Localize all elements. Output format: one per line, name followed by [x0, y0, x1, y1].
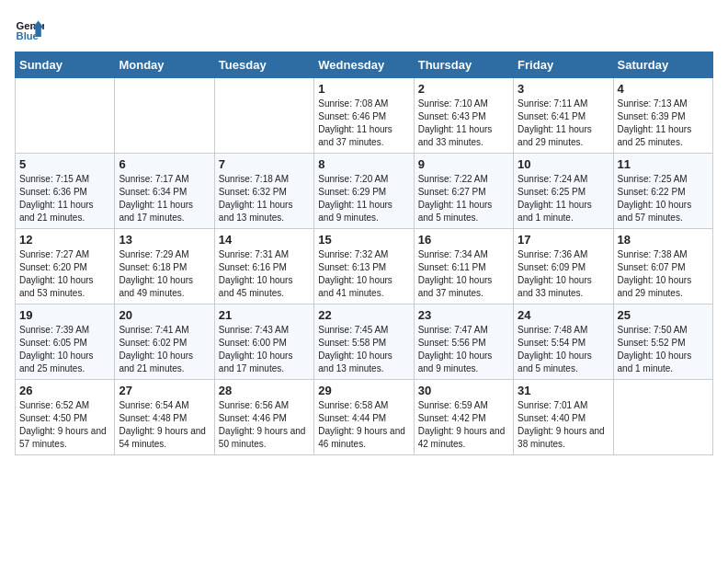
- calendar-cell: 24Sunrise: 7:48 AM Sunset: 5:54 PM Dayli…: [514, 304, 613, 380]
- day-number: 6: [119, 157, 210, 171]
- calendar-cell: 18Sunrise: 7:38 AM Sunset: 6:07 PM Dayli…: [613, 229, 712, 304]
- calendar-cell: 22Sunrise: 7:45 AM Sunset: 5:58 PM Dayli…: [314, 304, 414, 380]
- day-info: Sunrise: 7:43 AM Sunset: 6:00 PM Dayligh…: [219, 324, 310, 375]
- weekday-header: Friday: [514, 52, 613, 78]
- calendar-cell: 12Sunrise: 7:27 AM Sunset: 6:20 PM Dayli…: [16, 229, 115, 304]
- calendar-table: SundayMondayTuesdayWednesdayThursdayFrid…: [15, 52, 713, 455]
- calendar-cell: 23Sunrise: 7:47 AM Sunset: 5:56 PM Dayli…: [414, 304, 513, 380]
- day-info: Sunrise: 7:36 AM Sunset: 6:09 PM Dayligh…: [518, 248, 609, 300]
- day-number: 27: [119, 384, 210, 397]
- day-info: Sunrise: 7:48 AM Sunset: 5:54 PM Dayligh…: [518, 324, 609, 375]
- calendar-cell: 4Sunrise: 7:13 AM Sunset: 6:39 PM Daylig…: [613, 78, 712, 154]
- day-info: Sunrise: 6:59 AM Sunset: 4:42 PM Dayligh…: [418, 399, 509, 451]
- calendar-cell: 20Sunrise: 7:41 AM Sunset: 6:02 PM Dayli…: [115, 304, 214, 380]
- day-number: 22: [318, 308, 409, 322]
- day-number: 23: [418, 308, 509, 322]
- calendar-cell: 21Sunrise: 7:43 AM Sunset: 6:00 PM Dayli…: [214, 304, 313, 380]
- day-info: Sunrise: 7:08 AM Sunset: 6:46 PM Dayligh…: [318, 98, 409, 149]
- day-number: 8: [318, 157, 409, 171]
- day-number: 17: [518, 233, 609, 247]
- calendar-cell: [214, 78, 313, 154]
- day-info: Sunrise: 7:50 AM Sunset: 5:52 PM Dayligh…: [618, 324, 709, 375]
- calendar-cell: 7Sunrise: 7:18 AM Sunset: 6:32 PM Daylig…: [214, 154, 313, 229]
- day-number: 18: [618, 233, 709, 247]
- day-number: 2: [418, 82, 509, 96]
- day-info: Sunrise: 6:54 AM Sunset: 4:48 PM Dayligh…: [119, 399, 210, 451]
- calendar-cell: 5Sunrise: 7:15 AM Sunset: 6:36 PM Daylig…: [16, 154, 115, 229]
- calendar-cell: 13Sunrise: 7:29 AM Sunset: 6:18 PM Dayli…: [115, 229, 214, 304]
- weekday-header: Tuesday: [214, 52, 313, 78]
- calendar-cell: 2Sunrise: 7:10 AM Sunset: 6:43 PM Daylig…: [414, 78, 513, 154]
- day-info: Sunrise: 7:47 AM Sunset: 5:56 PM Dayligh…: [418, 324, 509, 375]
- day-info: Sunrise: 6:52 AM Sunset: 4:50 PM Dayligh…: [19, 399, 110, 451]
- day-info: Sunrise: 7:38 AM Sunset: 6:07 PM Dayligh…: [618, 248, 709, 300]
- day-info: Sunrise: 7:34 AM Sunset: 6:11 PM Dayligh…: [418, 248, 509, 300]
- calendar-cell: 8Sunrise: 7:20 AM Sunset: 6:29 PM Daylig…: [314, 154, 414, 229]
- day-info: Sunrise: 7:41 AM Sunset: 6:02 PM Dayligh…: [119, 324, 210, 375]
- day-number: 31: [518, 384, 609, 397]
- page-header: General Blue: [15, 15, 713, 44]
- day-info: Sunrise: 7:29 AM Sunset: 6:18 PM Dayligh…: [119, 248, 210, 300]
- weekday-header: Wednesday: [314, 52, 414, 78]
- calendar-cell: 26Sunrise: 6:52 AM Sunset: 4:50 PM Dayli…: [16, 380, 115, 455]
- day-info: Sunrise: 6:56 AM Sunset: 4:46 PM Dayligh…: [219, 399, 310, 451]
- day-number: 3: [518, 82, 609, 96]
- day-info: Sunrise: 7:39 AM Sunset: 6:05 PM Dayligh…: [19, 324, 110, 375]
- calendar-cell: 25Sunrise: 7:50 AM Sunset: 5:52 PM Dayli…: [613, 304, 712, 380]
- day-info: Sunrise: 7:13 AM Sunset: 6:39 PM Dayligh…: [618, 98, 709, 149]
- day-info: Sunrise: 7:18 AM Sunset: 6:32 PM Dayligh…: [219, 173, 310, 224]
- day-info: Sunrise: 7:17 AM Sunset: 6:34 PM Dayligh…: [119, 173, 210, 224]
- logo: General Blue: [15, 15, 44, 44]
- day-number: 21: [219, 308, 310, 322]
- day-number: 5: [19, 157, 110, 171]
- calendar-cell: [16, 78, 115, 154]
- day-number: 13: [119, 233, 210, 247]
- day-number: 4: [618, 82, 709, 96]
- day-info: Sunrise: 7:22 AM Sunset: 6:27 PM Dayligh…: [418, 173, 509, 224]
- calendar-cell: 3Sunrise: 7:11 AM Sunset: 6:41 PM Daylig…: [514, 78, 613, 154]
- calendar-cell: 31Sunrise: 7:01 AM Sunset: 4:40 PM Dayli…: [514, 380, 613, 455]
- calendar-cell: 30Sunrise: 6:59 AM Sunset: 4:42 PM Dayli…: [414, 380, 513, 455]
- calendar-cell: 16Sunrise: 7:34 AM Sunset: 6:11 PM Dayli…: [414, 229, 513, 304]
- calendar-cell: 29Sunrise: 6:58 AM Sunset: 4:44 PM Dayli…: [314, 380, 414, 455]
- day-info: Sunrise: 7:45 AM Sunset: 5:58 PM Dayligh…: [318, 324, 409, 375]
- day-info: Sunrise: 7:31 AM Sunset: 6:16 PM Dayligh…: [219, 248, 310, 300]
- day-info: Sunrise: 7:32 AM Sunset: 6:13 PM Dayligh…: [318, 248, 409, 300]
- day-number: 7: [219, 157, 310, 171]
- day-info: Sunrise: 7:01 AM Sunset: 4:40 PM Dayligh…: [518, 399, 609, 451]
- calendar-cell: 1Sunrise: 7:08 AM Sunset: 6:46 PM Daylig…: [314, 78, 414, 154]
- day-number: 12: [19, 233, 110, 247]
- svg-text:Blue: Blue: [17, 30, 39, 41]
- calendar-cell: 9Sunrise: 7:22 AM Sunset: 6:27 PM Daylig…: [414, 154, 513, 229]
- day-number: 10: [518, 157, 609, 171]
- calendar-cell: 11Sunrise: 7:25 AM Sunset: 6:22 PM Dayli…: [613, 154, 712, 229]
- logo-icon: General Blue: [15, 15, 44, 44]
- calendar-cell: 17Sunrise: 7:36 AM Sunset: 6:09 PM Dayli…: [514, 229, 613, 304]
- day-info: Sunrise: 7:10 AM Sunset: 6:43 PM Dayligh…: [418, 98, 509, 149]
- day-number: 14: [219, 233, 310, 247]
- weekday-header: Thursday: [414, 52, 513, 78]
- calendar-cell: 19Sunrise: 7:39 AM Sunset: 6:05 PM Dayli…: [16, 304, 115, 380]
- day-number: 16: [418, 233, 509, 247]
- calendar-cell: 15Sunrise: 7:32 AM Sunset: 6:13 PM Dayli…: [314, 229, 414, 304]
- weekday-header: Monday: [115, 52, 214, 78]
- day-number: 29: [318, 384, 409, 397]
- day-number: 26: [19, 384, 110, 397]
- calendar-cell: 28Sunrise: 6:56 AM Sunset: 4:46 PM Dayli…: [214, 380, 313, 455]
- day-number: 28: [219, 384, 310, 397]
- weekday-header: Sunday: [16, 52, 115, 78]
- day-number: 19: [19, 308, 110, 322]
- day-number: 9: [418, 157, 509, 171]
- calendar-cell: [613, 380, 712, 455]
- day-info: Sunrise: 7:20 AM Sunset: 6:29 PM Dayligh…: [318, 173, 409, 224]
- day-number: 25: [618, 308, 709, 322]
- calendar-cell: 27Sunrise: 6:54 AM Sunset: 4:48 PM Dayli…: [115, 380, 214, 455]
- day-info: Sunrise: 7:25 AM Sunset: 6:22 PM Dayligh…: [618, 173, 709, 224]
- day-info: Sunrise: 7:11 AM Sunset: 6:41 PM Dayligh…: [518, 98, 609, 149]
- calendar-cell: 10Sunrise: 7:24 AM Sunset: 6:25 PM Dayli…: [514, 154, 613, 229]
- day-number: 30: [418, 384, 509, 397]
- calendar-cell: [115, 78, 214, 154]
- calendar-cell: 14Sunrise: 7:31 AM Sunset: 6:16 PM Dayli…: [214, 229, 313, 304]
- day-info: Sunrise: 7:24 AM Sunset: 6:25 PM Dayligh…: [518, 173, 609, 224]
- calendar-cell: 6Sunrise: 7:17 AM Sunset: 6:34 PM Daylig…: [115, 154, 214, 229]
